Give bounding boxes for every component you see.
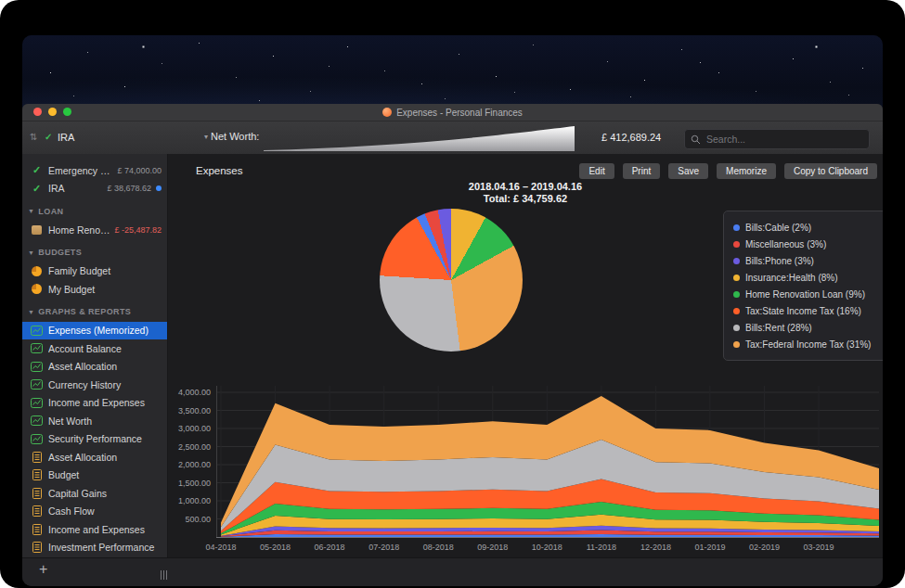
sidebar-item-investment-performance[interactable]: Investment Performance: [22, 539, 167, 557]
add-button[interactable]: +: [39, 561, 47, 578]
sidebar-item-ira[interactable]: ✓IRA£ 38,678.62: [22, 180, 167, 198]
stars-decoration: [22, 35, 23, 36]
chart-report-icon: [30, 362, 44, 372]
networth-value: £ 412,689.24: [601, 132, 661, 143]
device-frame: Expenses - Personal Finances ⇅ ✓ IRA ▾ N…: [0, 0, 905, 588]
report-date-range: 2018.04.16 – 2019.04.16: [168, 181, 883, 192]
sidebar: ✓Emergency Fu...£ 74,000.00✓IRA£ 38,678.…: [22, 154, 168, 558]
chart-report-icon: [30, 379, 44, 390]
expenses-stacked-area-chart[interactable]: [216, 377, 879, 543]
sidebar-item-account-balance[interactable]: Account Balance: [22, 339, 167, 358]
budget-icon: [30, 266, 44, 276]
x-axis-label: 06-2018: [307, 543, 352, 552]
sidebar-item-label: Income and Expenses: [48, 397, 162, 408]
sidebar-item-my-budget[interactable]: My Budget: [22, 280, 167, 299]
sidebar-item-currency-history[interactable]: Currency History: [22, 376, 167, 394]
search-input[interactable]: [705, 133, 863, 146]
y-axis-label: 2,000.00: [168, 460, 211, 469]
sidebar-item-label: My Budget: [48, 284, 162, 295]
sidebar-item-asset-allocation[interactable]: Asset Allocation: [22, 358, 167, 377]
x-axis-label: 01-2019: [688, 543, 732, 552]
zoom-window-button[interactable]: [63, 108, 71, 116]
sidebar-item-expenses-memorized[interactable]: Expenses (Memorized): [22, 322, 167, 340]
x-axis-label: 09-2018: [471, 543, 515, 552]
unread-dot: [156, 185, 162, 191]
legend-item-home-renovation-loan: Home Renovation Loan (9%): [733, 286, 883, 302]
close-window-button[interactable]: [33, 108, 42, 116]
sidebar-item-label: Capital Gains: [48, 488, 162, 499]
sidebar-section-label: BUDGETS: [38, 248, 82, 257]
disclosure-triangle-icon: ▼: [28, 249, 34, 256]
y-axis-label: 3,000.00: [168, 424, 211, 433]
legend-item-bills-cable: Bills:Cable (2%): [733, 219, 883, 236]
sidebar-item-emergency-fu[interactable]: ✓Emergency Fu...£ 74,000.00: [22, 161, 167, 180]
legend-color-dot: [733, 224, 740, 231]
sidebar-item-asset-allocation[interactable]: Asset Allocation: [22, 448, 167, 467]
sidebar-item-label: Expenses (Memorized): [48, 325, 162, 336]
sidebar-section-graphs-reports[interactable]: ▼GRAPHS & REPORTS: [22, 302, 167, 322]
sidebar-item-family-budget[interactable]: Family Budget: [22, 262, 167, 281]
print-button[interactable]: Print: [623, 163, 661, 179]
chart-report-icon: [30, 398, 44, 408]
toolbar-account-label[interactable]: IRA: [58, 132, 74, 143]
sidebar-item-income-and-expenses[interactable]: Income and Expenses: [22, 394, 167, 413]
legend-item-tax-state-income-tax: Tax:State Income Tax (16%): [733, 302, 883, 319]
sidebar-item-cash-flow[interactable]: Cash Flow: [22, 503, 167, 521]
sidebar-item-label: Asset Allocation: [48, 361, 162, 372]
sidebar-item-label: Family Budget: [48, 265, 162, 276]
edit-button[interactable]: Edit: [579, 163, 614, 179]
sidebar-item-capital-gains[interactable]: Capital Gains: [22, 484, 167, 503]
app-icon: [382, 108, 392, 117]
sidebar-section-budgets[interactable]: ▼BUDGETS: [22, 243, 167, 262]
legend-label: Insurance:Health (8%): [745, 273, 838, 283]
report-content: Expenses EditPrintSaveMemorizeCopy to Cl…: [168, 154, 883, 558]
legend-label: Bills:Cable (2%): [745, 223, 811, 233]
y-axis-label: 1,000.00: [168, 496, 211, 505]
check-icon: ✓: [45, 132, 52, 142]
networth-sparkline-chart: [264, 125, 575, 152]
sidebar-item-security-performance[interactable]: Security Performance: [22, 430, 167, 449]
legend-label: Bills:Phone (3%): [745, 256, 814, 266]
sidebar-resize-handle[interactable]: [160, 567, 168, 583]
window-controls: [33, 108, 71, 116]
sidebar-item-net-worth[interactable]: Net Worth: [22, 412, 167, 430]
sidebar-item-home-renova[interactable]: Home Renova...£ -25,487.82: [22, 221, 167, 239]
report-total: Total: £ 34,759.62: [168, 193, 883, 204]
x-axis-label: 10-2018: [524, 543, 569, 552]
legend-color-dot: [733, 325, 740, 331]
sidebar-section-label: LOAN: [38, 207, 63, 216]
expenses-pie-chart[interactable]: [380, 209, 523, 352]
document-report-icon: [30, 469, 44, 480]
legend-item-tax-federal-income-tax: Tax:Federal Income Tax (31%): [733, 336, 883, 352]
report-toolbar-buttons: EditPrintSaveMemorizeCopy to Clipboard: [579, 163, 877, 179]
search-field[interactable]: [684, 129, 870, 149]
legend-label: Home Renovation Loan (9%): [745, 289, 865, 300]
legend-label: Bills:Rent (28%): [745, 323, 812, 333]
chart-legend: Bills:Cable (2%)Miscellaneous (3%)Bills:…: [723, 211, 883, 361]
disclosure-triangle-icon: ▼: [28, 208, 34, 214]
sidebar-item-income-and-expenses[interactable]: Income and Expenses: [22, 520, 167, 539]
main-area: ✓Emergency Fu...£ 74,000.00✓IRA£ 38,678.…: [22, 154, 883, 558]
save-button[interactable]: Save: [668, 163, 708, 179]
sidebar-item-label: Asset Allocation: [48, 452, 162, 463]
sidebar-section-label: GRAPHS & REPORTS: [38, 307, 131, 316]
x-axis-label: 07-2018: [362, 543, 407, 552]
window-title: Expenses - Personal Finances: [396, 108, 523, 118]
legend-color-dot: [733, 291, 740, 298]
document-report-icon: [30, 505, 44, 517]
copy-to-clipboard-button[interactable]: Copy to Clipboard: [784, 163, 877, 179]
minimize-window-button[interactable]: [48, 108, 57, 116]
sidebar-section-loan[interactable]: ▼LOAN: [22, 201, 167, 221]
sort-icon[interactable]: ⇅: [30, 132, 37, 142]
memorize-button[interactable]: Memorize: [717, 163, 776, 179]
titlebar[interactable]: Expenses - Personal Finances: [22, 104, 883, 121]
document-report-icon: [30, 524, 44, 535]
sidebar-item-label: Home Renova...: [48, 224, 110, 236]
legend-label: Tax:State Income Tax (16%): [745, 306, 861, 316]
y-axis-label: 1,500.00: [168, 479, 211, 488]
legend-label: Miscellaneous (3%): [745, 239, 826, 249]
desktop-wallpaper: [22, 35, 883, 109]
networth-selector[interactable]: ▾ Net Worth:: [204, 131, 259, 142]
sidebar-item-label: Security Performance: [48, 433, 162, 444]
sidebar-item-budget[interactable]: Budget: [22, 467, 167, 485]
